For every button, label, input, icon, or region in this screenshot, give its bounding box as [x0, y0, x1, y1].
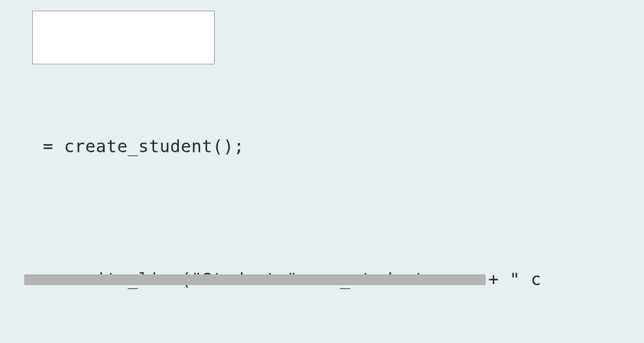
code-exercise-panel: = create_student(); write_line("Student …: [0, 11, 644, 343]
code-block: = create_student(); write_line("Student …: [32, 80, 644, 343]
answer-input[interactable]: [32, 11, 215, 64]
horizontal-scrollbar-track[interactable]: [24, 274, 636, 285]
code-line-1: = create_student();: [32, 133, 644, 160]
horizontal-scrollbar-thumb[interactable]: [24, 274, 486, 285]
